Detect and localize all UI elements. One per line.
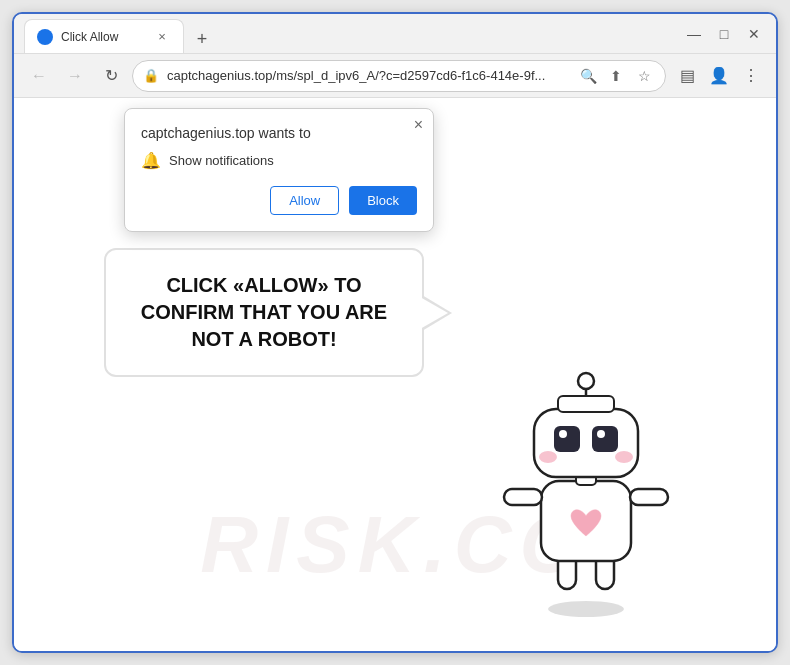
svg-point-0 bbox=[548, 601, 624, 617]
forward-button[interactable]: → bbox=[60, 61, 90, 91]
close-button[interactable]: ✕ bbox=[742, 22, 766, 46]
window-controls: — □ ✕ bbox=[682, 22, 766, 46]
reader-mode-button[interactable]: ▤ bbox=[672, 61, 702, 91]
menu-button[interactable]: ⋮ bbox=[736, 61, 766, 91]
page-content: RISK.CO × captchagenius.top wants to 🔔 S… bbox=[14, 98, 776, 651]
tab-title: Click Allow bbox=[61, 30, 145, 44]
share-icon[interactable]: ⬆ bbox=[605, 65, 627, 87]
allow-button[interactable]: Allow bbox=[270, 186, 339, 215]
profile-button[interactable]: 👤 bbox=[704, 61, 734, 91]
popup-title: captchagenius.top wants to bbox=[141, 125, 417, 141]
popup-buttons: Allow Block bbox=[141, 186, 417, 215]
address-bar-icons: 🔍 ⬆ ☆ bbox=[577, 65, 655, 87]
bookmark-icon[interactable]: ☆ bbox=[633, 65, 655, 87]
bell-icon: 🔔 bbox=[141, 151, 161, 170]
show-notifications-label: Show notifications bbox=[169, 153, 274, 168]
refresh-button[interactable]: ↻ bbox=[96, 61, 126, 91]
notification-popup: × captchagenius.top wants to 🔔 Show noti… bbox=[124, 108, 434, 232]
svg-point-12 bbox=[539, 451, 557, 463]
nav-extra-buttons: ▤ 👤 ⋮ bbox=[672, 61, 766, 91]
svg-rect-4 bbox=[504, 489, 542, 505]
svg-point-10 bbox=[559, 430, 567, 438]
lock-icon: 🔒 bbox=[143, 68, 159, 83]
active-tab[interactable]: Click Allow × bbox=[24, 19, 184, 53]
svg-point-15 bbox=[578, 373, 594, 389]
svg-rect-8 bbox=[554, 426, 580, 452]
navigation-bar: ← → ↻ 🔒 captchagenius.top/ms/spl_d_ipv6_… bbox=[14, 54, 776, 98]
svg-rect-9 bbox=[592, 426, 618, 452]
popup-row: 🔔 Show notifications bbox=[141, 151, 417, 170]
back-button[interactable]: ← bbox=[24, 61, 54, 91]
svg-rect-5 bbox=[630, 489, 668, 505]
block-button[interactable]: Block bbox=[349, 186, 417, 215]
browser-window: Click Allow × + — □ ✕ ← → ↻ 🔒 captchagen… bbox=[12, 12, 778, 653]
robot-illustration bbox=[476, 341, 696, 621]
search-icon[interactable]: 🔍 bbox=[577, 65, 599, 87]
title-bar: Click Allow × + — □ ✕ bbox=[14, 14, 776, 54]
popup-close-button[interactable]: × bbox=[414, 117, 423, 133]
tab-favicon bbox=[37, 29, 53, 45]
maximize-button[interactable]: □ bbox=[712, 22, 736, 46]
new-tab-button[interactable]: + bbox=[188, 25, 216, 53]
cta-box: CLICK «ALLOW» TO CONFIRM THAT YOU ARE NO… bbox=[104, 248, 424, 377]
svg-rect-16 bbox=[558, 396, 614, 412]
tab-close-button[interactable]: × bbox=[153, 28, 171, 46]
svg-point-13 bbox=[615, 451, 633, 463]
minimize-button[interactable]: — bbox=[682, 22, 706, 46]
tab-area: Click Allow × + bbox=[24, 14, 674, 53]
svg-rect-7 bbox=[534, 409, 638, 477]
cta-text: CLICK «ALLOW» TO CONFIRM THAT YOU ARE NO… bbox=[136, 272, 392, 353]
svg-point-11 bbox=[597, 430, 605, 438]
address-bar[interactable]: 🔒 captchagenius.top/ms/spl_d_ipv6_A/?c=d… bbox=[132, 60, 666, 92]
url-text: captchagenius.top/ms/spl_d_ipv6_A/?c=d25… bbox=[167, 68, 569, 83]
